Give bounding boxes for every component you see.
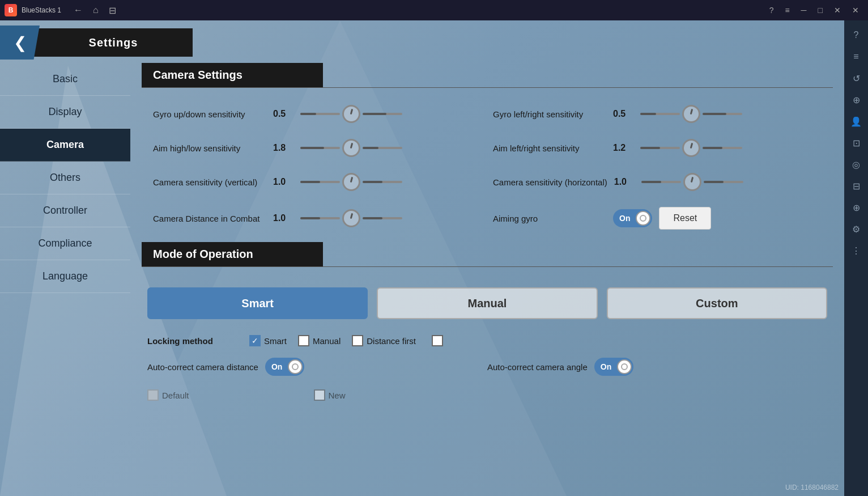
close-button[interactable]: ✕ [829,5,845,16]
gyro-updown-value: 0.5 [273,109,293,119]
home-nav-button[interactable]: ⌂ [90,4,102,17]
auto-distance-label: Auto-correct camera distance [147,362,258,372]
new-label: New [329,391,346,400]
slider-fill-7 [300,217,320,219]
mode-section: Mode of Operation Smart Manual Custom Lo… [142,242,833,408]
aiming-gyro-label: Aiming gyro [493,214,606,223]
sidebar-menu-button[interactable]: ≡ [846,46,866,67]
aim-highlow-value: 1.8 [273,143,293,153]
sidebar-item-compliance[interactable]: Compliance [0,227,130,260]
sidebar-item-camera[interactable]: Camera [0,129,130,162]
section-divider-1 [142,87,833,88]
reset-button[interactable]: Reset [659,207,711,230]
sidebar-more-button[interactable]: ⋮ [846,240,866,261]
sidebar-item-language[interactable]: Language [0,260,130,293]
sidebar-plus-button[interactable]: ⊕ [846,197,866,218]
auto-distance-knob [288,359,303,374]
aim-leftright-slider[interactable] [640,139,742,157]
locking-smart-item[interactable]: ✓ Smart [249,335,287,346]
back-button[interactable]: ❮ [0,26,40,60]
dial-1 [342,105,360,123]
back-nav-button[interactable]: ← [70,4,86,17]
sidebar-user-button[interactable]: 👤 [846,111,866,132]
right-sidebar: ? ≡ ↺ ⊕ 👤 ⊡ ◎ ⊟ ⊕ ⚙ ⋮ [844,20,868,496]
aim-leftright-row: Aim left/right sensitivity 1.2 [487,131,827,165]
aim-leftright-value: 1.2 [613,143,633,153]
cam-distance-slider[interactable] [300,209,402,227]
auto-distance-toggle[interactable]: On [265,358,304,376]
dial-3 [342,139,360,157]
cam-distance-value: 1.0 [273,213,293,223]
sidebar-help-button[interactable]: ? [846,25,866,45]
cam-distance-row: Camera Distance in Combat 1.0 [147,199,487,238]
sidebar-settings-button[interactable]: ⚙ [846,219,866,239]
auto-angle-label: Auto-correct camera angle [487,362,588,372]
auto-correct-row: Auto-correct camera distance On Auto-cor… [142,353,833,380]
locking-method-row: Locking method ✓ Smart Manual Distance f… [142,328,833,353]
aim-leftright-label: Aim left/right sensitivity [493,143,606,153]
settings-panel: Camera Settings Gyro up/down sensitivity… [142,63,833,485]
sidebar-item-others[interactable]: Others [0,162,130,194]
cam-sens-vert-slider[interactable] [300,173,402,191]
sidebar-item-display[interactable]: Display [0,96,130,129]
aiming-gyro-toggle-label: On [615,214,635,223]
dial-6 [683,173,701,191]
gyro-updown-slider[interactable] [300,105,402,123]
gyro-leftright-label: Gyro left/right sensitivity [493,109,606,119]
section-divider-2 [142,266,833,267]
cam-sens-horiz-label: Camera sensitivity (horizontal) [493,177,607,187]
sidebar-layout-button[interactable]: ⊡ [846,133,866,153]
cam-sens-horiz-slider[interactable] [641,173,743,191]
sidebar-refresh-button[interactable]: ↺ [846,68,866,88]
pin-button[interactable]: ✕ [848,5,863,16]
aim-highlow-row: Aim high/low sensitivity 1.8 [147,131,487,165]
slider-fill-3b [363,147,378,149]
mode-buttons: Smart Manual Custom [142,276,833,328]
help-button[interactable]: ? [765,5,778,16]
maximize-button[interactable]: □ [814,5,827,16]
menu-button[interactable]: ≡ [780,5,794,16]
aiming-gyro-knob [636,211,650,226]
locking-distance-item[interactable]: Distance first [352,335,416,346]
camera-section-title: Camera Settings [142,63,323,87]
save-nav-button[interactable]: ⊟ [105,4,120,17]
gyro-updown-row: Gyro up/down sensitivity 0.5 [147,97,487,131]
locking-manual-item[interactable]: Manual [298,335,341,346]
minimize-button[interactable]: ─ [797,5,811,16]
slider-fill-3 [300,147,324,149]
new-item[interactable]: New [314,389,346,401]
aiming-gyro-toggle[interactable]: On [613,209,652,227]
slider-track-7 [300,217,340,219]
gyro-updown-label: Gyro up/down sensitivity [153,109,266,119]
mode-custom-button[interactable]: Custom [607,287,827,319]
camera-section: Camera Settings Gyro up/down sensitivity… [142,63,833,238]
default-item[interactable]: Default [147,389,189,401]
aiming-gyro-row: Aiming gyro On Reset [487,199,827,238]
gyro-leftright-slider[interactable] [640,105,742,123]
aim-highlow-slider[interactable] [300,139,402,157]
slider-track-6 [641,181,681,183]
slider-fill-5 [300,181,320,183]
nav-buttons: ← ⌂ ⊟ [70,4,120,17]
slider-track-2b [703,113,742,115]
auto-distance-toggle-label: On [267,362,287,371]
sidebar-item-basic[interactable]: Basic [0,63,130,96]
slider-track-2 [640,113,680,115]
sidebar-item-controller[interactable]: Controller [0,194,130,227]
new-checkbox [314,389,325,401]
auto-angle-toggle[interactable]: On [594,358,633,376]
settings-title-box: Settings [34,28,193,57]
aim-highlow-label: Aim high/low sensitivity [153,143,266,153]
mode-smart-button[interactable]: Smart [147,287,368,319]
slider-fill-6b [704,181,724,183]
settings-title: Settings [89,36,138,49]
sidebar-add-button[interactable]: ⊕ [846,90,866,110]
slider-track-7b [363,217,402,219]
mode-manual-button[interactable]: Manual [377,287,597,319]
sidebar-target-button[interactable]: ◎ [846,154,866,175]
auto-angle-knob [617,359,632,374]
slider-fill-6 [641,181,661,183]
mode-section-title: Mode of Operation [142,242,323,266]
slider-fill-4b [703,147,722,149]
sidebar-macro-button[interactable]: ⊟ [846,176,866,196]
